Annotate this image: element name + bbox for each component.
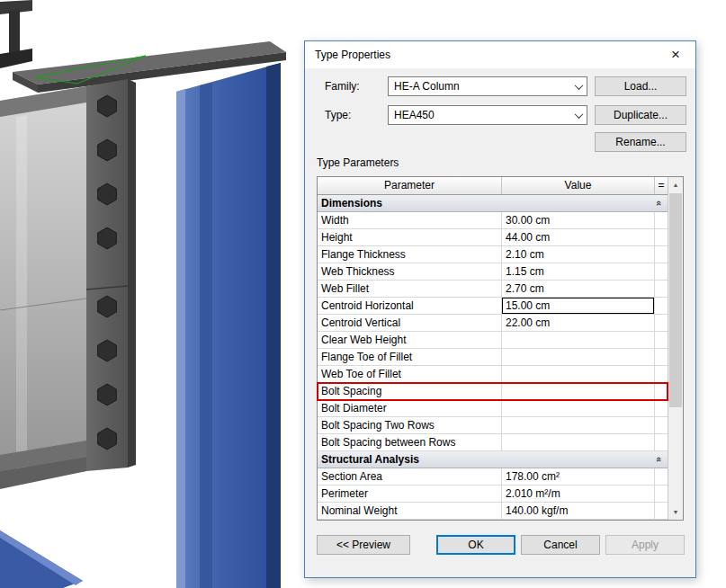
param-cell[interactable]: Centroid Vertical [318,315,502,331]
apply-button[interactable]: Apply [605,535,685,555]
param-cell[interactable]: Centroid Horizontal [318,298,502,314]
table-row[interactable]: Height 44.00 cm [318,229,668,246]
parameter-column-header[interactable]: Parameter [318,177,502,194]
type-parameters-label: Type Parameters [317,153,399,173]
param-cell[interactable]: Bolt Spacing Two Rows [318,417,502,433]
param-cell[interactable]: Section Area [318,468,502,485]
param-cell[interactable]: Flange Toe of Fillet [318,349,502,365]
scrollbar-thumb[interactable] [669,193,682,407]
table-row[interactable]: Perimeter 2.010 m²/m [318,486,668,503]
value-cell[interactable] [502,434,655,450]
section-header-structural-analysis[interactable]: Structural Analysis « [318,451,668,468]
steel-beam [0,86,86,489]
eq-cell [655,417,668,433]
dialog-title: Type Properties [315,49,390,61]
collapse-icon[interactable]: « [651,451,668,468]
value-cell[interactable]: 1.15 cm [502,263,655,280]
value-cell[interactable]: 22.00 cm [502,315,655,331]
param-cell[interactable]: Web Fillet [318,281,502,297]
eq-cell [655,212,668,228]
param-cell[interactable]: Clear Web Height [318,332,502,348]
param-cell[interactable]: Bolt Diameter [318,400,502,416]
param-cell[interactable]: Perimeter [318,486,502,502]
table-row[interactable]: Section Area 178.00 cm² [318,468,668,486]
table-row[interactable]: Nominal Weight 140.00 kgf/m [318,503,668,520]
preview-button[interactable]: << Preview [317,535,410,555]
family-combobox[interactable]: HE-A Column [388,76,587,96]
value-column-header[interactable]: Value [502,177,655,194]
eq-cell [655,468,668,485]
collapse-icon[interactable]: « [651,195,668,211]
param-cell[interactable]: Web Thickness [318,263,502,280]
value-cell[interactable]: 44.00 cm [502,229,655,245]
value-cell[interactable]: 30.00 cm [502,212,655,228]
param-cell[interactable]: Web Toe of Fillet [318,366,502,382]
table-row-bolt-spacing-highlighted[interactable]: Bolt Spacing [318,383,668,400]
table-row[interactable]: Bolt Spacing between Rows [318,434,668,451]
value-cell[interactable]: 2.10 cm [502,246,655,263]
value-cell[interactable] [502,366,655,382]
scroll-up-icon[interactable]: ▲ [668,177,683,192]
ok-button[interactable]: OK [436,535,515,555]
value-cell[interactable] [502,332,655,348]
table-scrollbar[interactable]: ▲ ▼ [668,177,683,520]
section-title: Dimensions [318,195,651,211]
value-cell[interactable] [502,349,655,365]
table-row[interactable]: Flange Toe of Fillet [318,349,668,366]
param-cell[interactable]: Bolt Spacing [318,383,502,399]
table-row[interactable]: Web Toe of Fillet [318,366,668,383]
eq-cell [655,349,668,365]
value-cell[interactable] [502,400,655,416]
table-row[interactable]: Centroid Vertical 22.00 cm [318,315,668,332]
type-label: Type: [325,105,351,125]
load-button[interactable]: Load... [595,76,686,96]
eq-cell [655,298,668,314]
table-row[interactable]: Width 30.00 cm [318,212,668,229]
table-row[interactable]: Clear Web Height [318,332,668,349]
table-row[interactable]: Flange Thickness 2.10 cm [318,246,668,263]
table-row[interactable]: Bolt Spacing Two Rows [318,417,668,434]
param-cell[interactable]: Height [318,229,502,245]
value-cell[interactable]: 2.010 m²/m [502,486,655,502]
table-body: Dimensions « Width 30.00 cm Height 44.00… [318,195,668,520]
eq-cell [655,263,668,280]
table-row[interactable]: Web Thickness 1.15 cm [318,263,668,281]
param-cell[interactable]: Bolt Spacing between Rows [318,434,502,450]
lower-blue-member [0,530,83,588]
eq-cell [655,503,668,519]
family-value: HE-A Column [394,80,570,93]
table-row[interactable]: Web Fillet 2.70 cm [318,281,668,298]
eq-cell [655,434,668,450]
eq-cell [655,400,668,416]
scroll-down-icon[interactable]: ▼ [668,504,683,520]
section-header-dimensions[interactable]: Dimensions « [318,195,668,212]
dialog-titlebar[interactable]: Type Properties × [305,41,695,68]
value-cell-focused[interactable]: 15.00 cm [502,298,655,314]
section-title: Structural Analysis [318,451,651,468]
table-row[interactable]: Centroid Horizontal 15.00 cm [318,298,668,315]
type-combobox[interactable]: HEA450 [388,105,587,125]
combo-dropdown-icon[interactable] [570,106,587,124]
eq-cell [655,486,668,502]
eq-cell [655,315,668,331]
rename-button[interactable]: Rename... [595,132,686,152]
value-cell[interactable] [502,383,655,399]
duplicate-button[interactable]: Duplicate... [595,105,686,125]
param-cell[interactable]: Flange Thickness [318,246,502,263]
value-cell[interactable]: 2.70 cm [502,281,655,297]
eq-cell [655,246,668,263]
table-row[interactable]: Bolt Diameter [318,400,668,417]
value-cell[interactable] [502,417,655,433]
param-cell[interactable]: Nominal Weight [318,503,502,519]
type-properties-dialog: Type Properties × Family: HE-A Column Lo… [304,40,696,578]
close-icon[interactable]: × [656,42,695,68]
type-parameters-table: Parameter Value = Dimensions « Width 30.… [317,176,684,521]
value-cell[interactable]: 140.00 kgf/m [502,503,655,519]
combo-dropdown-icon[interactable] [570,77,587,95]
eq-cell [655,332,668,348]
table-header-row: Parameter Value = [318,177,668,195]
param-cell[interactable]: Width [318,212,502,228]
value-cell[interactable]: 178.00 cm² [502,468,655,485]
eq-cell [655,281,668,297]
cancel-button[interactable]: Cancel [521,535,600,555]
